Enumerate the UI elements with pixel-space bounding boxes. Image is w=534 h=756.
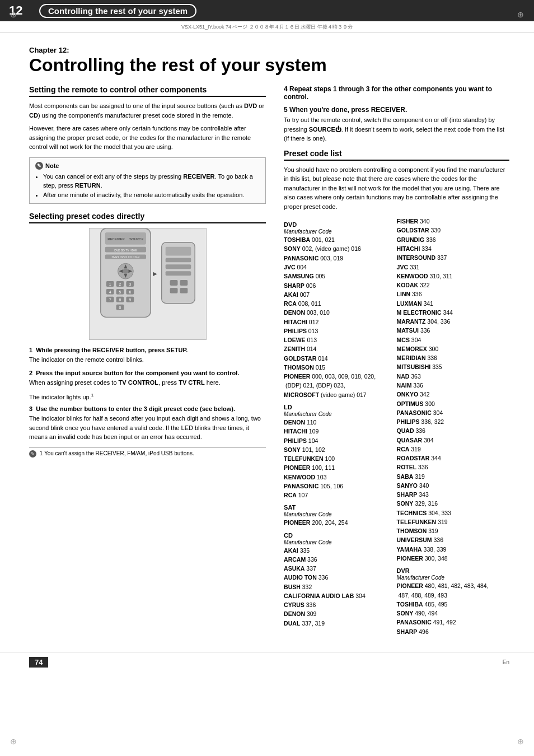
- ld-entries: DENON 110 HITACHI 109 PHILIPS 104 SONY 1…: [284, 418, 392, 500]
- cat-dvr: DVR: [397, 567, 505, 574]
- preset-section: Preset code list You should have no prob…: [284, 149, 509, 636]
- main-two-col: Setting the remote to control other comp…: [29, 85, 509, 636]
- svg-point-12: [123, 268, 128, 274]
- sat-mfr-label: Manufacturer Code: [284, 511, 392, 517]
- svg-rect-40: [170, 288, 177, 293]
- svg-text:7: 7: [109, 298, 111, 302]
- step2: 2 Press the input source button for the …: [29, 370, 266, 388]
- svg-text:1: 1: [109, 282, 111, 286]
- section2-heading: Selecting preset codes directly: [29, 212, 266, 223]
- footnote-box: ✎ 1 You can't assign the RECEIVER, FM/AM…: [29, 447, 266, 458]
- note1-list: You can cancel or exit any of the steps …: [35, 172, 260, 200]
- cd-cont-entries: FISHER 340 GOLDSTAR 330 GRUNDIG 336 HITA…: [397, 217, 505, 563]
- svg-text:6: 6: [129, 290, 131, 294]
- svg-text:3: 3: [129, 282, 131, 286]
- section1-para2: However, there are cases where only cert…: [29, 124, 266, 152]
- header-bar: 12 Controlling the rest of your system: [0, 0, 534, 21]
- cat-cd: CD: [284, 532, 392, 539]
- corner-mark-tr: ⊕: [517, 10, 524, 19]
- step3-body: The indicator blinks for half a second a…: [29, 414, 266, 442]
- section1-para1: Most components can be assigned to one o…: [29, 101, 266, 120]
- page-footer: 74 En: [0, 652, 534, 672]
- svg-rect-37: [165, 271, 191, 276]
- chapter-label: Chapter 12:: [29, 46, 509, 54]
- note1-icon: ✎: [35, 162, 43, 170]
- corner-mark-br: ⊕: [517, 737, 524, 746]
- svg-text:5: 5: [119, 290, 121, 294]
- page-content: Chapter 12: Controlling the rest of your…: [0, 32, 534, 646]
- step1-body: The indicator on the remote control blin…: [29, 355, 266, 365]
- step4: 4 Repeat steps 1 through 3 for the other…: [284, 85, 509, 101]
- remote-svg: RECEIVER SOURCE DVD BD TV HDMI DVR1 DVR2…: [90, 228, 206, 340]
- remote-image: RECEIVER SOURCE DVD BD TV HDMI DVR1 DVR2…: [89, 228, 207, 340]
- preset-col2: FISHER 340 GOLDSTAR 330 GRUNDIG 336 HITA…: [397, 217, 509, 636]
- step1-heading: 1 While pressing the RECEIVER button, pr…: [29, 347, 266, 353]
- step5: 5 When you're done, press RECEIVER. To t…: [284, 106, 509, 143]
- svg-rect-36: [165, 265, 191, 269]
- chapter-main-title: Controlling the rest of your system: [29, 55, 509, 75]
- svg-text:0: 0: [119, 306, 121, 310]
- file-info: VSX-LX51_IY.book 74 ページ ２００８年４月１６日 水曜日 午…: [0, 21, 534, 32]
- svg-text:DVD  BD  TV  HDMI: DVD BD TV HDMI: [114, 249, 137, 252]
- cat-dvd: DVD: [284, 221, 392, 228]
- ld-mfr-label: Manufacturer Code: [284, 411, 392, 417]
- section1-note-box: ✎ Note You can cancel or exit any of the…: [29, 157, 266, 204]
- svg-rect-41: [180, 288, 188, 293]
- cat-sat: SAT: [284, 504, 392, 511]
- svg-text:4: 4: [109, 290, 111, 294]
- preset-columns: DVD Manufacturer Code TOSHIBA 001, 021 S…: [284, 217, 509, 636]
- dvr-entries: PIONEER 480, 481, 482, 483, 484, 487, 48…: [397, 581, 505, 636]
- dvd-entries: TOSHIBA 001, 021 SONY 002, (video game) …: [284, 235, 392, 399]
- svg-text:▶: ▶: [152, 270, 157, 277]
- cat-ld: LD: [284, 404, 392, 410]
- note1-label: Note: [45, 162, 59, 169]
- svg-text:9: 9: [129, 298, 131, 302]
- step2-body: When assigning preset codes to TV CONTRO…: [29, 378, 266, 388]
- dvr-mfr-label: Manufacturer Code: [397, 575, 505, 581]
- col-left: Setting the remote to control other comp…: [29, 85, 266, 636]
- corner-mark-bl: ⊕: [10, 737, 17, 746]
- header-title: Controlling the rest of your system: [39, 4, 196, 18]
- step1: 1 While pressing the RECEIVER button, pr…: [29, 347, 266, 365]
- sat-entries: PIONEER 200, 204, 254: [284, 518, 392, 527]
- step5-heading: 5 When you're done, press RECEIVER.: [284, 106, 509, 114]
- svg-rect-39: [180, 280, 188, 286]
- note1-item1: You can cancel or exit any of the steps …: [43, 172, 260, 190]
- corner-mark-tl: ⊕: [10, 10, 17, 19]
- footnote-icon: ✎: [29, 450, 36, 458]
- page-wrapper: ⊕ ⊕ ⊕ ⊕ 12 Controlling the rest of your …: [0, 0, 534, 756]
- col-right: 4 Repeat steps 1 through 3 for the other…: [284, 85, 509, 636]
- svg-text:8: 8: [119, 298, 121, 302]
- svg-rect-38: [170, 280, 177, 286]
- step5-body: To try out the remote control, switch th…: [284, 115, 509, 143]
- dvd-mfr-label: Manufacturer Code: [284, 228, 392, 235]
- section1-heading: Setting the remote to control other comp…: [29, 85, 266, 97]
- page-number: 74: [29, 657, 48, 668]
- page-lang: En: [503, 659, 509, 665]
- note1-item2: After one minute of inactivity, the remo…: [43, 190, 260, 200]
- svg-text:2: 2: [119, 282, 121, 286]
- step2-heading: 2 Press the input source button for the …: [29, 370, 266, 376]
- cd-mfr-label: Manufacturer Code: [284, 539, 392, 545]
- preset-intro: You should have no problem controlling a…: [284, 165, 509, 212]
- step4-heading: 4 Repeat steps 1 through 3 for the other…: [284, 85, 509, 101]
- step2-indicator: The indicator lights up.1: [29, 392, 266, 402]
- preset-col1: DVD Manufacturer Code TOSHIBA 001, 021 S…: [284, 217, 396, 636]
- svg-text:RECEIVER     SOURCE: RECEIVER SOURCE: [107, 237, 143, 241]
- cd-entries: AKAI 335 ARCAM 336 ASUKA 337 AUDIO TON 3…: [284, 546, 392, 628]
- note1-title: ✎ Note: [35, 162, 260, 170]
- svg-text:DVR1  DVR2  CD  CD-R: DVR1 DVR2 CD CD-R: [111, 256, 139, 259]
- step3-heading: 3 Use the number buttons to enter the 3 …: [29, 405, 266, 412]
- svg-rect-35: [165, 258, 191, 263]
- footnote-text: 1 You can't assign the RECEIVER, FM/AM, …: [40, 450, 194, 456]
- svg-rect-34: [165, 247, 191, 256]
- preset-heading: Preset code list: [284, 149, 509, 161]
- step3: 3 Use the number buttons to enter the 3 …: [29, 405, 266, 442]
